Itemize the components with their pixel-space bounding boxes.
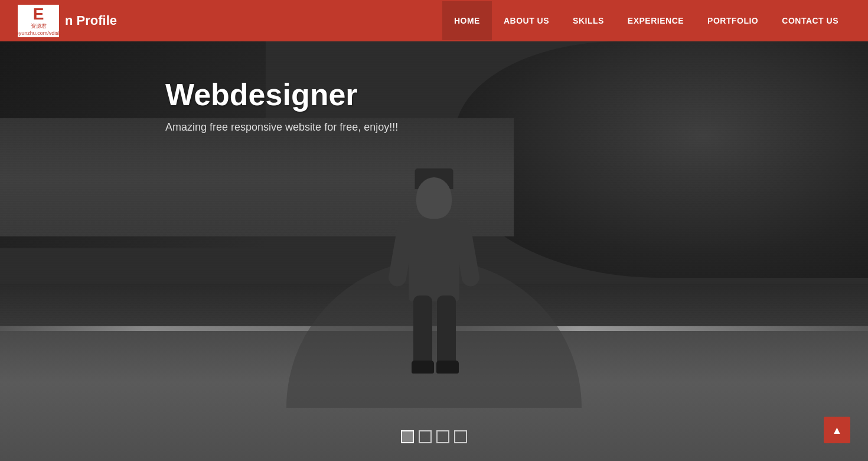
nav-link-skills[interactable]: SKILLS: [561, 1, 616, 40]
brand-logo-url: eyunzhu.com/vdisk: [16, 30, 61, 36]
nav-links: HOME ABOUT US SKILLS EXPERIENCE PORTFOLI…: [442, 1, 850, 40]
nav-link-portfolio[interactable]: PORTFOLIO: [696, 1, 770, 40]
scroll-top-button[interactable]: ▲: [824, 417, 850, 443]
nav-link-experience[interactable]: EXPERIENCE: [616, 1, 696, 40]
hero-subtitle: Amazing free responsive website for free…: [165, 121, 398, 134]
hero-title: Webdesigner: [165, 77, 398, 112]
hero-content: Webdesigner Amazing free responsive webs…: [165, 77, 398, 134]
person-shoe-right: [436, 361, 459, 374]
slider-dot-3[interactable]: [436, 430, 449, 443]
slider-dots: [401, 430, 467, 443]
nav-link-contact[interactable]: CONTACT US: [770, 1, 850, 40]
person-head: [416, 177, 452, 219]
scroll-top-icon: ▲: [832, 425, 843, 436]
brand-logo-letter: E: [33, 6, 44, 22]
nav-link-about[interactable]: ABOUT US: [492, 1, 561, 40]
nav-link-home[interactable]: HOME: [442, 1, 492, 40]
nav-item-skills[interactable]: SKILLS: [561, 1, 616, 40]
slider-dot-4[interactable]: [454, 430, 467, 443]
nav-item-about[interactable]: ABOUT US: [492, 1, 561, 40]
navbar: E 资源君 eyunzhu.com/vdisk n Profile HOME A…: [0, 0, 868, 41]
nav-item-portfolio[interactable]: PORTFOLIO: [696, 1, 770, 40]
slider-dot-2[interactable]: [419, 430, 432, 443]
person-leg-right: [437, 296, 456, 366]
nav-item-experience[interactable]: EXPERIENCE: [616, 1, 696, 40]
brand-logo: E 资源君 eyunzhu.com/vdisk: [18, 5, 59, 37]
person-body: [375, 177, 493, 426]
nav-item-home[interactable]: HOME: [442, 1, 492, 40]
slider-dot-1[interactable]: [401, 430, 414, 443]
person-shoe-left: [412, 361, 434, 374]
person-torso: [409, 219, 459, 301]
brand-logo-link[interactable]: E 资源君 eyunzhu.com/vdisk n Profile: [18, 5, 117, 37]
brand-title: n Profile: [65, 13, 117, 28]
person-leg-left: [413, 296, 432, 366]
brand-logo-subtext: 资源君: [31, 22, 47, 30]
nav-item-contact[interactable]: CONTACT US: [770, 1, 850, 40]
hero-person: [375, 177, 493, 426]
hero-section: Webdesigner Amazing free responsive webs…: [0, 0, 868, 461]
